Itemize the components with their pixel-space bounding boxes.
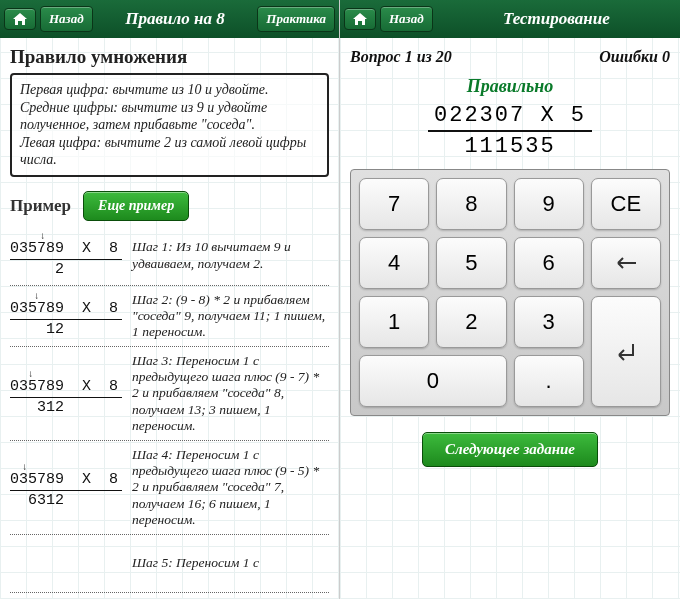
home-icon (13, 13, 27, 25)
rule-box: Первая цифра: вычтите из 10 и удвойте. С… (10, 73, 329, 177)
step-calc: ↓035789 X 8 312 (10, 353, 122, 434)
step-row: ↓035789 X 8 6312Шаг 4: Переносим 1 с пре… (10, 441, 329, 535)
key-enter[interactable] (591, 296, 661, 407)
step-row: ↓035789 X 8 2Шаг 1: Из 10 вычитаем 9 и у… (10, 227, 329, 286)
step-calc: ↓035789 X 8 6312 (10, 447, 122, 528)
key-dot[interactable]: . (514, 355, 584, 407)
step-row: ↓035789 X 8 12Шаг 2: (9 - 8) * 2 и приба… (10, 286, 329, 348)
step-row: ↓035789 X 8 312Шаг 3: Переносим 1 с пред… (10, 347, 329, 441)
key-0[interactable]: 0 (359, 355, 507, 407)
example-label: Пример (10, 196, 71, 216)
key-2[interactable]: 2 (436, 296, 506, 348)
key-8[interactable]: 8 (436, 178, 506, 230)
enter-icon (614, 340, 638, 364)
key-9[interactable]: 9 (514, 178, 584, 230)
keypad: 7 8 9 CE 4 5 6 1 2 3 0 . (350, 169, 670, 416)
back-button[interactable]: Назад (380, 6, 433, 32)
practice-button[interactable]: Практика (257, 6, 335, 32)
key-backspace[interactable] (591, 237, 661, 289)
key-1[interactable]: 1 (359, 296, 429, 348)
key-ce[interactable]: CE (591, 178, 661, 230)
header-title: Правило на 8 (97, 9, 254, 29)
step-calc: ↓035789 X 8 12 (10, 292, 122, 341)
next-task-button[interactable]: Следующее задание (422, 432, 598, 467)
left-header: Назад Правило на 8 Практика (0, 0, 339, 38)
backspace-icon (614, 255, 638, 271)
step-desc: Шаг 2: (9 - 8) * 2 и прибавляем "соседа"… (132, 292, 329, 341)
key-7[interactable]: 7 (359, 178, 429, 230)
step-desc: Шаг 4: Переносим 1 с предыдущего шага пл… (132, 447, 329, 528)
key-4[interactable]: 4 (359, 237, 429, 289)
key-6[interactable]: 6 (514, 237, 584, 289)
step-row: Шаг 5: Переносим 1 с (10, 535, 329, 593)
feedback-label: Правильно (350, 76, 670, 97)
key-3[interactable]: 3 (514, 296, 584, 348)
header-title: Тестирование (437, 9, 676, 29)
more-example-button[interactable]: Еще пример (83, 191, 189, 221)
key-5[interactable]: 5 (436, 237, 506, 289)
step-desc: Шаг 3: Переносим 1 с предыдущего шага пл… (132, 353, 329, 434)
step-calc: ↓035789 X 8 2 (10, 233, 122, 279)
step-calc (10, 541, 122, 586)
step-desc: Шаг 1: Из 10 вычитаем 9 и удваиваем, пол… (132, 233, 329, 279)
step-desc: Шаг 5: Переносим 1 с (132, 541, 259, 586)
right-header: Назад Тестирование (340, 0, 680, 38)
question-counter: Вопрос 1 из 20 (350, 48, 452, 66)
home-icon (353, 13, 367, 25)
problem-result: 111535 (350, 132, 670, 159)
problem-top: 022307 X 5 (428, 103, 592, 132)
page-title: Правило умножения (10, 46, 329, 68)
error-counter: Ошибки 0 (599, 48, 670, 66)
problem-display: 022307 X 5 111535 (350, 103, 670, 159)
home-button[interactable] (4, 8, 36, 30)
back-button[interactable]: Назад (40, 6, 93, 32)
home-button[interactable] (344, 8, 376, 30)
